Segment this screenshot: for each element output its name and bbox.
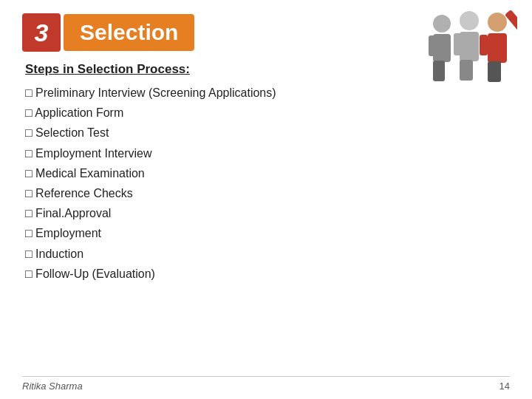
people-illustration [421,7,517,89]
svg-rect-5 [437,61,445,81]
svg-rect-13 [488,33,507,63]
list-item: □ Final.Approval [25,203,510,223]
slide-title: Selection [64,14,194,51]
svg-point-6 [460,11,479,30]
list-item: □ Employment Interview [25,143,510,163]
svg-rect-9 [471,33,479,55]
steps-list: □ Preliminary Interview (Screening Appli… [25,83,510,284]
svg-point-0 [433,15,451,33]
footer-page: 14 [499,381,510,392]
slide: 3 Selection Steps in Selection Process: … [0,0,532,399]
footer: Ritika Sharma 14 [22,376,510,392]
content-area: Steps in Selection Process: □ Preliminar… [22,62,510,284]
svg-rect-8 [454,33,462,55]
svg-point-12 [488,13,507,32]
svg-rect-15 [480,35,488,55]
svg-rect-3 [443,35,451,56]
list-item: □ Employment [25,223,510,243]
list-item: □ Follow-Up (Evaluation) [25,264,510,284]
list-item: □ Reference Checks [25,183,510,203]
svg-rect-2 [429,35,436,56]
list-item: □ Selection Test [25,123,510,143]
svg-rect-17 [493,61,501,82]
list-item: □ Application Form [25,103,510,123]
list-item: □ Medical Examination [25,163,510,183]
number-badge: 3 [22,13,61,52]
svg-rect-11 [465,60,473,81]
list-item: □ Induction [25,244,510,264]
footer-author: Ritika Sharma [22,381,83,392]
